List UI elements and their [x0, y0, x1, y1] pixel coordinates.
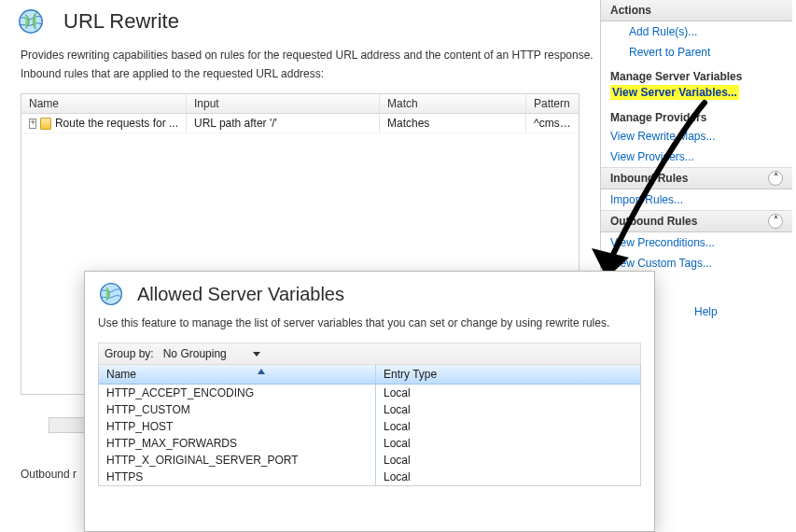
col-header-input[interactable]: Input [187, 94, 380, 113]
group-by-bar: Group by: No Grouping [98, 343, 641, 365]
rule-match: Matches [380, 114, 526, 133]
view-server-variables-link[interactable]: View Server Variables... [610, 85, 739, 100]
expand-icon[interactable]: + [29, 119, 36, 129]
var-name: HTTP_X_ORIGINAL_SERVER_PORT [99, 452, 376, 469]
var-entry: Local [376, 469, 640, 485]
page-header: URL Rewrite [0, 6, 600, 41]
var-name: HTTP_ACCEPT_ENCODING [99, 385, 376, 401]
var-name: HTTPS [99, 469, 376, 485]
var-entry: Local [376, 435, 640, 452]
rule-name: Route the requests for ... [55, 114, 178, 133]
manage-server-variables-title: Manage Server Variables [601, 63, 792, 85]
svg-point-1 [101, 284, 122, 305]
sort-asc-icon [258, 369, 265, 374]
globe-icon [17, 7, 45, 35]
col-header-name[interactable]: Name [21, 94, 187, 113]
outbound-rules-title: Outbound Rules [610, 211, 697, 231]
list-item[interactable]: HTTP_X_ORIGINAL_SERVER_PORT Local [99, 452, 640, 469]
var-entry: Local [376, 418, 640, 435]
chevron-up-icon[interactable]: ˄ [768, 214, 783, 229]
col-header-name[interactable]: Name [99, 365, 376, 384]
folder-icon [40, 118, 51, 130]
list-item[interactable]: HTTP_MAX_FORWARDS Local [99, 435, 640, 452]
page-description: Provides rewriting capabilities based on… [0, 41, 600, 63]
list-item[interactable]: HTTP_CUSTOM Local [99, 401, 640, 418]
inbound-description: Inbound rules that are applied to the re… [0, 63, 600, 90]
revert-parent-link[interactable]: Revert to Parent [601, 42, 792, 63]
list-item[interactable]: HTTP_HOST Local [99, 418, 640, 435]
chevron-up-icon[interactable]: ˄ [768, 171, 783, 186]
group-by-select[interactable]: No Grouping [160, 345, 264, 362]
rule-input: URL path after '/' [187, 114, 380, 133]
svg-point-0 [20, 10, 42, 33]
allowed-header: Allowed Server Variables [98, 281, 641, 307]
chevron-down-icon [253, 352, 260, 357]
list-item[interactable]: HTTP_ACCEPT_ENCODING Local [99, 385, 640, 401]
var-name: HTTP_HOST [99, 418, 376, 435]
col-header-match[interactable]: Match [380, 94, 526, 113]
col-header-entry-type[interactable]: Entry Type [376, 365, 640, 384]
group-by-value: No Grouping [163, 343, 227, 364]
outbound-rules-section[interactable]: Outbound Rules ˄ [601, 210, 792, 232]
globe-icon [98, 281, 124, 307]
col-header-pattern[interactable]: Pattern [526, 94, 579, 113]
vars-grid-header[interactable]: Name Entry Type [99, 365, 640, 385]
view-rewrite-maps-link[interactable]: View Rewrite Maps... [601, 126, 792, 147]
group-by-label: Group by: [105, 343, 154, 364]
table-row[interactable]: + Route the requests for ... URL path af… [21, 114, 579, 133]
import-rules-link[interactable]: Import Rules... [601, 189, 792, 210]
var-name: HTTP_CUSTOM [99, 401, 376, 418]
var-entry: Local [376, 401, 640, 418]
page-title: URL Rewrite [63, 9, 179, 34]
list-item[interactable]: HTTPS Local [99, 469, 640, 485]
allowed-description: Use this feature to manage the list of s… [98, 307, 641, 337]
actions-header: Actions [601, 0, 792, 21]
inbound-rules-section[interactable]: Inbound Rules ˄ [601, 167, 792, 189]
var-name: HTTP_MAX_FORWARDS [99, 435, 376, 452]
var-entry: Local [376, 452, 640, 469]
outbound-rules-label: Outbound r [21, 468, 77, 481]
allowed-server-variables-panel: Allowed Server Variables Use this featur… [84, 271, 655, 532]
view-preconditions-link[interactable]: View Preconditions... [601, 232, 792, 253]
view-providers-link[interactable]: View Providers... [601, 147, 792, 167]
grid-header[interactable]: Name Input Match Pattern [21, 94, 579, 114]
add-rules-link[interactable]: Add Rule(s)... [601, 21, 792, 42]
inbound-rules-title: Inbound Rules [610, 168, 688, 189]
server-variables-grid[interactable]: Name Entry Type HTTP_ACCEPT_ENCODING Loc… [98, 365, 641, 486]
vars-grid-body: HTTP_ACCEPT_ENCODING Local HTTP_CUSTOM L… [99, 385, 640, 485]
var-entry: Local [376, 385, 640, 401]
rule-pattern: ^cmsapi/ap [526, 114, 579, 133]
manage-providers-title: Manage Providers [601, 104, 792, 126]
allowed-title: Allowed Server Variables [137, 284, 344, 305]
